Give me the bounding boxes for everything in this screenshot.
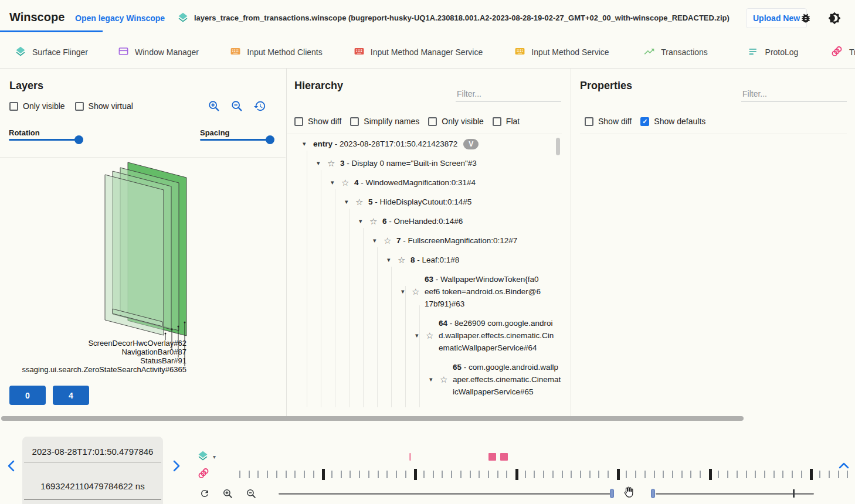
next-entry-icon[interactable]	[169, 458, 183, 476]
tab-input-method-clients[interactable]: Input Method Clients	[214, 36, 338, 68]
expand-caret-icon[interactable]: ▾	[317, 159, 327, 167]
tab-protolog[interactable]: ProtoLog	[725, 36, 820, 68]
ruler-tick	[635, 471, 636, 478]
pin-star-icon[interactable]: ☆	[355, 197, 368, 207]
ruler-tick	[580, 471, 581, 478]
transition-marker	[409, 453, 411, 461]
dark-mode-icon[interactable]	[828, 12, 841, 27]
checkbox-option[interactable]: Show diff	[294, 117, 341, 126]
history-icon[interactable]	[253, 100, 266, 115]
expand-caret-icon[interactable]: ▾	[303, 140, 313, 148]
rotation-slider-thumb[interactable]	[74, 135, 83, 144]
checkbox-unchecked[interactable]	[350, 117, 359, 126]
checkbox-option[interactable]: Show defaults	[640, 117, 705, 126]
app-title: Winscope	[9, 11, 65, 24]
checkbox-unchecked[interactable]	[75, 102, 84, 111]
tree-node[interactable]: ▾☆3 - Display 0 name="Built-in Screen"#3	[287, 154, 562, 173]
transitions-icon[interactable]	[197, 467, 210, 482]
tab-label: Input Method Clients	[247, 47, 322, 57]
layers-tools	[208, 100, 266, 115]
tree-node[interactable]: ▾☆63 - WallpaperWindowToken{fa0eef6 toke…	[287, 270, 562, 314]
tab-transitions[interactable]: Transitions	[820, 36, 855, 68]
timeline-range-track[interactable]	[279, 493, 610, 495]
zoom-in-icon[interactable]	[222, 488, 233, 502]
dropdown-caret-icon[interactable]: ▾	[213, 454, 216, 460]
layers-3d-view[interactable]	[0, 158, 286, 416]
checkbox-option[interactable]: Only visible	[428, 117, 484, 126]
tab-transactions[interactable]: Transactions	[626, 36, 725, 68]
tab-surface-flinger[interactable]: Surface Flinger	[0, 36, 103, 68]
pin-star-icon[interactable]: ☆	[341, 178, 354, 188]
display-button[interactable]: 4	[53, 386, 89, 405]
tree-node-label: 8 - Leaf:0:1#8	[410, 256, 459, 264]
checkbox-option[interactable]: Simplify names	[350, 117, 419, 126]
checkbox-option[interactable]: Show virtual	[75, 101, 133, 111]
expand-caret-icon[interactable]: ▾	[415, 332, 426, 339]
checkbox-option[interactable]: Only visible	[9, 101, 65, 111]
checkbox-unchecked[interactable]	[585, 117, 593, 126]
properties-filter-input[interactable]	[741, 87, 847, 101]
checkbox-unchecked[interactable]	[9, 102, 18, 111]
expand-caret-icon[interactable]: ▾	[401, 288, 412, 295]
prev-entry-icon[interactable]	[5, 458, 19, 476]
refresh-icon[interactable]	[199, 488, 210, 501]
ruler-tick	[700, 471, 701, 478]
upload-new-button[interactable]: Upload New	[746, 8, 807, 28]
layers-icon[interactable]	[197, 450, 209, 464]
ruler-tick	[249, 471, 250, 478]
tree-node[interactable]: ▾☆65 - com.google.android.wallpaper.effe…	[287, 357, 562, 401]
pin-star-icon[interactable]: ☆	[412, 287, 425, 297]
hierarchy-filter-input[interactable]	[456, 87, 561, 101]
checkbox-checked[interactable]	[640, 117, 649, 126]
pin-star-icon[interactable]: ☆	[327, 158, 340, 169]
tree-node[interactable]: ▾☆4 - WindowedMagnification:0:31#4	[287, 173, 562, 192]
checkbox-unchecked[interactable]	[493, 117, 501, 126]
rotation-slider-track[interactable]	[9, 139, 83, 141]
ruler-tick	[257, 471, 259, 478]
tree-node[interactable]: ▾☆5 - HideDisplayCutout:0:14#5	[287, 192, 562, 212]
pin-star-icon[interactable]: ☆	[384, 236, 396, 246]
tree-node[interactable]: ▾☆7 - FullscreenMagnification:0:12#7	[287, 231, 562, 250]
range-handle-right[interactable]	[651, 489, 655, 498]
pin-star-icon[interactable]: ☆	[440, 374, 453, 385]
spacing-slider-track[interactable]	[200, 139, 274, 141]
hierarchy-scrollbar[interactable]	[556, 138, 560, 155]
pin-star-icon[interactable]: ☆	[426, 331, 439, 341]
tree-node[interactable]: ▾☆6 - OneHanded:0:14#6	[287, 212, 562, 231]
zoom-out-icon[interactable]	[230, 100, 243, 115]
tab-window-manager[interactable]: Window Manager	[103, 36, 214, 68]
expand-caret-icon[interactable]: ▾	[331, 179, 341, 186]
timeline-range-track[interactable]	[656, 493, 814, 495]
range-handle-left[interactable]	[610, 489, 614, 498]
collapse-timeline-icon[interactable]	[836, 459, 851, 475]
timeline-ruler[interactable]	[235, 468, 855, 482]
bug-report-icon[interactable]	[800, 12, 812, 26]
open-legacy-link[interactable]: Open legacy Winscope	[75, 13, 165, 23]
display-button[interactable]: 0	[9, 386, 46, 405]
tree-node[interactable]: ▾entry - 2023-08-28T17:01:50.421423872V	[287, 134, 562, 154]
expand-caret-icon[interactable]: ▾	[345, 198, 355, 206]
expand-caret-icon[interactable]: ▾	[359, 217, 369, 225]
checkbox-unchecked[interactable]	[294, 117, 303, 126]
tree-node[interactable]: ▾☆8 - Leaf:0:1#8	[287, 250, 562, 270]
checkbox-unchecked[interactable]	[428, 117, 437, 126]
checkbox-option[interactable]: Flat	[493, 117, 520, 126]
spacing-slider-thumb[interactable]	[266, 135, 274, 144]
expand-caret-icon[interactable]: ▾	[373, 237, 384, 244]
checkbox-option[interactable]: Show diff	[585, 117, 632, 126]
horizontal-scrollbar[interactable]	[1, 416, 744, 421]
timestamp-human-input[interactable]: 2023-08-28T17:01:50.4797846	[22, 447, 163, 457]
tab-input-method-manager-service[interactable]: Input Method Manager Service	[338, 36, 498, 68]
zoom-out-icon[interactable]	[246, 488, 257, 502]
timestamp-ns-input[interactable]: 1693242110479784622 ns	[22, 481, 163, 491]
ruler-tick	[433, 471, 434, 478]
expand-caret-icon[interactable]: ▾	[429, 376, 440, 383]
expand-caret-icon[interactable]: ▾	[387, 256, 398, 264]
checkbox-label: Show diff	[598, 117, 632, 126]
tab-input-method-service[interactable]: Input Method Service	[498, 36, 626, 68]
zoom-in-icon[interactable]	[208, 100, 220, 115]
pin-star-icon[interactable]: ☆	[398, 255, 410, 265]
checkbox-label: Flat	[506, 117, 520, 126]
tree-node[interactable]: ▾☆64 - 8e26909 com.google.android.wallpa…	[287, 314, 562, 357]
pin-star-icon[interactable]: ☆	[369, 216, 382, 227]
